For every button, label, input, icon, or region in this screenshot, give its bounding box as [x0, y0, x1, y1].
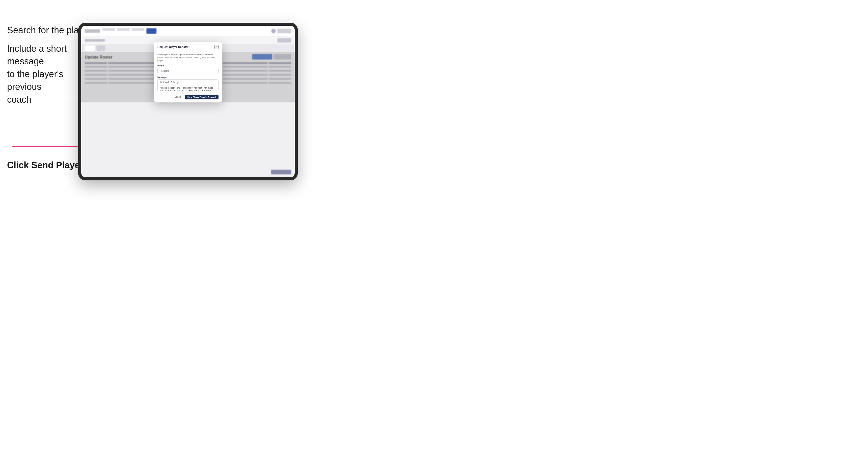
modal-overlay: Request player transfer × If the player …: [81, 52, 295, 102]
header-button: [277, 29, 291, 33]
modal-dialog: Request player transfer × If the player …: [154, 42, 222, 102]
modal-header: Request player transfer ×: [154, 42, 222, 51]
breadcrumb-bg: [85, 39, 105, 42]
header-right: [271, 29, 291, 33]
sub-action-btn: [277, 38, 291, 43]
modal-close-button[interactable]: ×: [215, 45, 218, 49]
tab-2: [96, 45, 105, 51]
player-field-label: Player: [157, 64, 218, 67]
bottom-button: [271, 170, 291, 174]
modal-description: If the player is transferring from anoth…: [157, 53, 218, 62]
message-field-label: Message: [157, 76, 218, 79]
nav-item-1: [102, 28, 115, 31]
annotation-message: Include a short message to the player's …: [7, 42, 78, 106]
app-nav: [102, 28, 269, 34]
user-avatar: [271, 29, 276, 33]
nav-item-3: [132, 28, 144, 31]
cancel-button[interactable]: Cancel: [173, 95, 183, 99]
modal-body: If the player is transferring from anoth…: [154, 51, 222, 102]
tablet-screen: Update Roster: [81, 26, 295, 177]
app-logo: [85, 29, 100, 33]
player-input[interactable]: [157, 68, 218, 74]
message-textarea[interactable]: Hi Coach McHarg, Please accept this tran…: [157, 80, 218, 91]
tablet-device: Update Roster: [78, 23, 298, 180]
send-transfer-request-button[interactable]: Send Player Transfer Request: [185, 95, 218, 99]
nav-item-active: [146, 28, 156, 34]
tab-1: [85, 45, 95, 51]
modal-footer: Cancel Send Player Transfer Request: [157, 95, 218, 99]
nav-item-2: [117, 28, 130, 31]
tablet-bottom: [271, 170, 291, 174]
modal-title: Request player transfer: [157, 45, 188, 49]
app-header: [81, 26, 295, 36]
main-content: Update Roster: [81, 52, 295, 102]
